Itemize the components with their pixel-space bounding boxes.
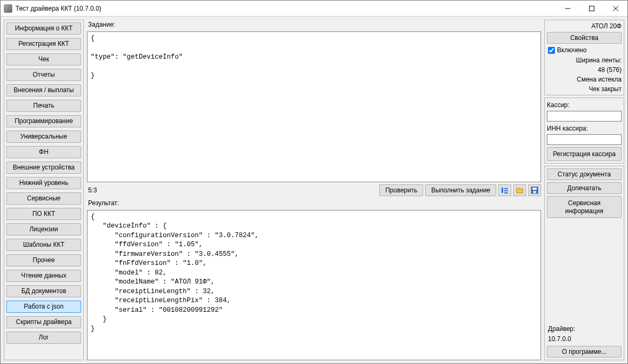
sidebar-item-15[interactable]: Прочее: [6, 254, 81, 266]
properties-button[interactable]: Свойства: [547, 32, 622, 44]
window-title: Тест драйвера ККТ (10.7.0.0): [15, 5, 555, 12]
sidebar-item-17[interactable]: БД документов: [6, 285, 81, 297]
cashier-panel: Кассир: ИНН кассира: Регистрация кассира: [544, 98, 624, 164]
sidebar-item-8[interactable]: ФН: [6, 146, 81, 158]
device-panel: АТОЛ 20Ф Свойства Включено Ширина ленты:…: [544, 20, 624, 95]
sidebar-left: Информация о ККТРегистрация ККТЧекОтчеты…: [4, 20, 84, 360]
cashier-inn-label: ИНН кассира:: [547, 124, 622, 132]
spacer: [547, 220, 622, 323]
tape-width-label: Ширина ленты:: [547, 56, 622, 64]
cashier-input[interactable]: [547, 111, 622, 122]
window-controls: [555, 1, 627, 16]
main-panel: Задание: { "type": "getDeviceInfo" } 5:3…: [87, 20, 541, 360]
action-row: 5:3 Проверить Выполнить задание: [87, 184, 541, 196]
service-info-button[interactable]: Сервисная информация: [547, 196, 622, 218]
sidebar-item-7[interactable]: Универсальные счетчики: [6, 131, 81, 143]
shift-status: Смена истекла: [547, 76, 622, 83]
app-icon: [4, 4, 12, 13]
sidebar-item-18[interactable]: Работа с json: [6, 301, 81, 313]
sidebar-item-11[interactable]: Сервисные: [6, 192, 81, 205]
format-button[interactable]: [498, 184, 511, 196]
svg-rect-9: [532, 188, 537, 190]
minimize-button[interactable]: [555, 1, 579, 16]
enabled-checkbox[interactable]: [548, 47, 555, 54]
sidebar-item-9[interactable]: Внешние устройства: [6, 161, 81, 174]
sidebar-item-10[interactable]: Нижний уровень: [6, 177, 81, 189]
cursor-position: 5:3: [87, 187, 377, 194]
sidebar-item-4[interactable]: Внесения / выплаты: [6, 84, 81, 96]
run-button[interactable]: Выполнить задание: [425, 184, 496, 196]
device-model-label: АТОЛ 20Ф: [547, 22, 622, 30]
driver-version: 10.7.0.0: [547, 335, 622, 344]
close-button[interactable]: [603, 1, 627, 16]
reprint-button[interactable]: Допечатать: [547, 182, 622, 194]
sidebar-item-20[interactable]: Лог: [6, 331, 81, 344]
maximize-button[interactable]: [579, 1, 603, 16]
save-button[interactable]: [528, 184, 541, 196]
content-area: Информация о ККТРегистрация ККТЧекОтчеты…: [1, 17, 627, 363]
sidebar-item-14[interactable]: Шаблоны ККТ: [6, 239, 81, 251]
check-button[interactable]: Проверить: [379, 184, 423, 196]
sidebar-item-2[interactable]: Чек: [6, 53, 81, 66]
cashier-inn-input[interactable]: [547, 134, 622, 145]
driver-label: Драйвер:: [547, 325, 622, 334]
sidebar-item-6[interactable]: Программирование: [6, 115, 81, 127]
cashier-label: Кассир:: [547, 100, 622, 109]
cashier-registration-button[interactable]: Регистрация кассира: [547, 147, 622, 161]
sidebar-item-13[interactable]: Лицензии: [6, 223, 81, 236]
format-icon: [501, 187, 508, 194]
svg-rect-10: [533, 191, 536, 193]
about-button[interactable]: О программе...: [547, 346, 622, 358]
enabled-label: Включено: [557, 46, 586, 54]
svg-rect-1: [589, 6, 594, 11]
open-button[interactable]: [513, 184, 526, 196]
floppy-save-icon: [531, 187, 538, 194]
actions-panel: Статус документа Допечатать Сервисная ин…: [544, 166, 624, 360]
app-window: Тест драйвера ККТ (10.7.0.0) Информация …: [0, 0, 628, 364]
sidebar-right: АТОЛ 20Ф Свойства Включено Ширина ленты:…: [544, 20, 624, 360]
close-icon: [613, 6, 618, 11]
result-textarea[interactable]: { "deviceInfo" : { "configurationVersion…: [87, 210, 541, 361]
tape-width-value: 48 (576): [547, 66, 622, 74]
sidebar-item-5[interactable]: Печать: [6, 100, 81, 112]
sidebar-item-19[interactable]: Скрипты драйвера: [6, 316, 81, 328]
document-status-button[interactable]: Статус документа: [547, 168, 622, 180]
minimize-icon: [565, 6, 570, 11]
folder-open-icon: [516, 187, 524, 193]
sidebar-item-1[interactable]: Регистрация ККТ: [6, 38, 81, 50]
sidebar-item-12[interactable]: ПО ККТ: [6, 208, 81, 220]
maximize-icon: [589, 6, 594, 11]
result-heading: Результат:: [87, 198, 541, 208]
receipt-status: Чек закрыт: [547, 85, 622, 93]
task-textarea[interactable]: { "type": "getDeviceInfo" }: [87, 31, 541, 182]
svg-rect-4: [502, 188, 503, 193]
sidebar-item-0[interactable]: Информация о ККТ: [6, 22, 81, 35]
titlebar: Тест драйвера ККТ (10.7.0.0): [1, 1, 627, 17]
task-heading: Задание:: [87, 20, 541, 29]
enabled-row[interactable]: Включено: [547, 46, 622, 54]
sidebar-item-3[interactable]: Отчеты: [6, 69, 81, 81]
sidebar-item-16[interactable]: Чтение данных: [6, 270, 81, 282]
